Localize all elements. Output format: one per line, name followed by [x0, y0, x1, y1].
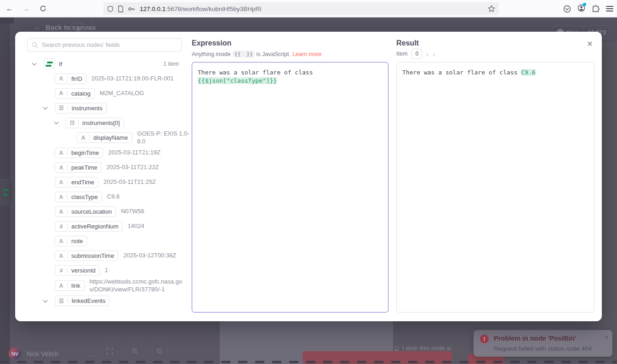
tree-row[interactable]: AbeginTime2025-03-11T21:19Z — [15, 146, 192, 160]
string-type-icon: A — [59, 194, 63, 200]
field-name: beginTime — [71, 149, 99, 156]
tree-row[interactable]: Alinkhttps://webtools.ccmc.gsfc.nasa.gov… — [15, 278, 192, 294]
notification-dot — [583, 3, 586, 6]
shield-icon — [107, 6, 114, 12]
field-value: 2025-03-11T21:19Z — [108, 149, 160, 157]
string-type-icon: A — [59, 283, 63, 289]
tree-row[interactable]: AcatalogM2M_CATALOG — [15, 86, 192, 101]
tree-row[interactable]: #activeRegionNum14024 — [15, 219, 192, 234]
reader-icon[interactable] — [118, 6, 124, 12]
field-badge[interactable]: AflrID — [55, 74, 86, 84]
field-badge[interactable]: AclassType — [55, 192, 102, 202]
tree-row[interactable]: AclassTypeC9.6 — [15, 190, 192, 205]
if-node-on-canvas[interactable] — [0, 179, 12, 205]
result-panel-title: Result — [396, 39, 419, 47]
pocket-icon[interactable] — [563, 5, 571, 13]
browser-back-icon[interactable]: ← — [3, 2, 17, 16]
toast-message: Request failed with status code 404 — [494, 345, 592, 352]
field-name: instruments — [72, 105, 103, 112]
search-box[interactable] — [27, 38, 182, 51]
string-type-icon: A — [59, 75, 63, 82]
field-badge[interactable]: ☰instruments — [55, 103, 107, 114]
field-badge[interactable]: #activeRegionNum — [55, 221, 123, 232]
field-badge[interactable]: ☰linkedEvents — [55, 296, 109, 306]
prev-item-icon[interactable]: ‹ — [426, 51, 428, 57]
field-badge[interactable]: AendTime — [55, 177, 98, 188]
toast-title: Problem in node 'PostBin' — [494, 335, 576, 342]
tree-row[interactable]: Anote — [15, 234, 192, 249]
field-badge[interactable]: Acatalog — [55, 88, 95, 99]
string-type-icon: A — [59, 150, 63, 156]
list-type-icon: ☰ — [59, 105, 64, 111]
node-feedback-input[interactable]: I wish this node w — [394, 345, 451, 352]
learn-more-link[interactable]: Learn more — [292, 51, 322, 57]
tree-row[interactable]: AflrID2025-03-11T21:19:00-FLR-001 — [15, 71, 192, 86]
bookmark-star-icon[interactable] — [488, 5, 495, 12]
chevron-down-icon[interactable] — [54, 120, 59, 125]
search-input[interactable] — [42, 41, 177, 48]
back-to-canvas-button[interactable]: ←Back to canvas — [34, 23, 96, 31]
field-value: 2025-03-11T21:19:00-FLR-001 — [91, 75, 174, 83]
zoom-in-button[interactable] — [127, 344, 143, 358]
browser-refresh-icon[interactable] — [36, 2, 50, 16]
number-type-icon: # — [59, 223, 63, 230]
field-badge[interactable]: Anote — [55, 236, 87, 246]
tree-row[interactable]: AsourceLocationN07W56 — [15, 205, 192, 219]
field-name: note — [71, 238, 83, 245]
field-badge[interactable]: ApeakTime — [55, 162, 102, 173]
item-index-input[interactable]: 0 — [411, 49, 422, 59]
field-name: sourceLocation — [71, 208, 112, 215]
tree-row[interactable]: #versionId1 — [15, 263, 192, 278]
modal-close-icon[interactable]: ✕ — [585, 39, 594, 48]
fields-tree: If1 itemAflrID2025-03-11T21:19:00-FLR-00… — [15, 57, 192, 308]
field-value: 2025-03-12T00:38Z — [123, 252, 176, 260]
extensions-puzzle-icon[interactable] — [592, 5, 600, 13]
list-type-icon: ☰ — [59, 298, 64, 304]
field-badge[interactable]: AsourceLocation — [55, 206, 116, 217]
string-type-icon: A — [59, 209, 63, 215]
browser-forward-icon[interactable]: → — [19, 2, 33, 16]
user-menu-button[interactable]: ... — [89, 350, 97, 358]
tree-row[interactable]: AdisplayNameGOES-P: EXIS 1.0-8.0 — [15, 130, 192, 146]
field-badge[interactable]: AsubmissionTime — [55, 250, 118, 261]
url-bar[interactable]: 127.0.0.1:5678/workflow/kubnlHf5by3BHpRl — [103, 2, 499, 15]
zoom-out-button[interactable] — [152, 344, 167, 358]
number-type-icon: # — [59, 267, 63, 274]
avatar[interactable]: NV — [9, 347, 21, 360]
field-badge[interactable]: AdisplayName — [77, 132, 132, 143]
zoom-to-fit-button[interactable] — [102, 344, 118, 358]
tree-row[interactable]: ☰linkedEvents — [15, 294, 192, 308]
tree-row[interactable]: ☰instruments — [15, 101, 192, 115]
toast-close-icon[interactable]: ✕ — [604, 334, 609, 341]
tree-row[interactable]: If1 item — [15, 57, 192, 71]
field-name: catalog — [71, 90, 91, 97]
canvas-bottom-dashes — [0, 361, 617, 363]
field-badge[interactable]: ⊡instruments[0] — [66, 118, 124, 128]
field-name: versionId — [71, 267, 96, 274]
key-icon[interactable] — [128, 6, 135, 12]
tree-row[interactable]: ⊡instruments[0] — [15, 115, 192, 130]
tree-row[interactable]: AsubmissionTime2025-03-12T00:38Z — [15, 249, 192, 263]
expression-line1: There was a solar flare of class — [198, 69, 313, 76]
result-highlight: C9.6 — [521, 69, 535, 76]
field-name: submissionTime — [71, 252, 114, 259]
menu-hamburger-icon[interactable] — [606, 6, 613, 11]
field-badge[interactable]: #versionId — [55, 265, 100, 276]
expression-code-editor[interactable]: There was a solar flare of class{{$json[… — [192, 62, 388, 313]
field-badge[interactable]: AbeginTime — [55, 148, 103, 158]
if-node-icon — [44, 58, 55, 69]
error-icon: ! — [480, 335, 489, 343]
chevron-down-icon[interactable] — [32, 61, 37, 66]
tree-row[interactable]: AendTime2025-03-11T21:25Z — [15, 175, 192, 190]
tree-row[interactable]: ApeakTime2025-03-11T21:22Z — [15, 160, 192, 175]
next-item-icon[interactable]: › — [433, 51, 435, 57]
expression-subtitle: Anything inside {{ }} is JavaScript. Lea… — [192, 51, 322, 57]
chevron-down-icon[interactable] — [43, 105, 48, 110]
back-arrow-icon: ← — [34, 23, 41, 31]
field-name: activeRegionNum — [71, 223, 119, 230]
field-name: link — [71, 282, 80, 289]
node-name: If — [59, 61, 62, 68]
chevron-down-icon[interactable] — [43, 298, 48, 302]
item-label: Item — [396, 51, 407, 57]
field-badge[interactable]: Alink — [55, 280, 85, 291]
